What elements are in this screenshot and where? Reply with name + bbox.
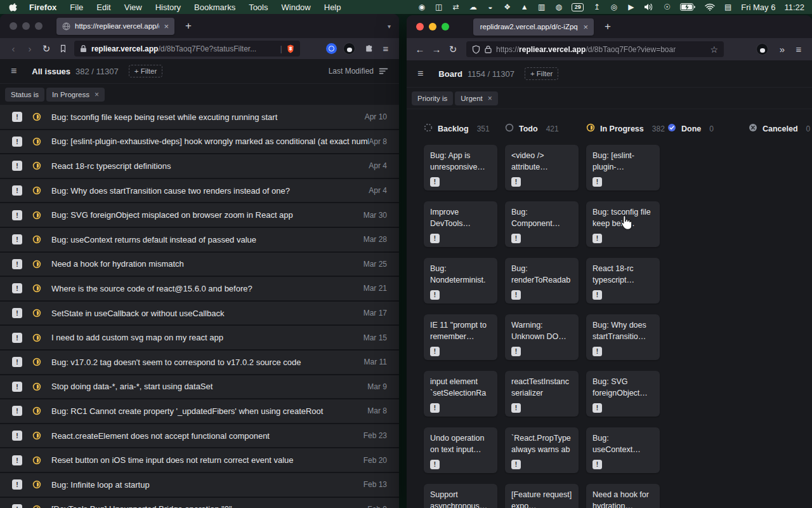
layout-icon[interactable]: ▥ <box>537 3 546 11</box>
forward-button[interactable]: › <box>22 43 38 54</box>
issue-row[interactable]: !Reset button on iOS time input does not… <box>0 448 399 473</box>
bookmark-star-icon[interactable]: ☆ <box>710 44 718 55</box>
kanban-card[interactable]: input element `setSelectionRa! <box>424 371 497 417</box>
camera-icon[interactable]: ◫ <box>435 3 443 11</box>
zoom-window-button[interactable] <box>442 23 449 30</box>
back-button[interactable]: ‹ <box>5 43 22 54</box>
menu-help[interactable]: Help <box>324 3 341 12</box>
calendar-icon[interactable]: 29 <box>572 3 584 11</box>
kanban-column-header[interactable]: Done0 <box>667 123 741 135</box>
issue-row[interactable]: !Bug: v17.0.2 tag doesn't seem to corres… <box>0 351 399 375</box>
kanban-card[interactable]: Bug: renderToReadab! <box>505 258 579 304</box>
extensions-puzzle-icon[interactable] <box>361 44 377 53</box>
kanban-card[interactable]: Bug: SVG foreignObject…! <box>586 371 660 417</box>
new-tab-button[interactable]: + <box>185 20 192 32</box>
close-window-button[interactable] <box>416 23 424 30</box>
back-button[interactable]: ← <box>412 44 428 55</box>
add-filter-button[interactable]: + Filter <box>129 65 162 77</box>
issue-row[interactable]: !Bug: [eslint-plugin-exhaustive-deps] ho… <box>0 130 399 155</box>
issue-row[interactable]: !SetState in useCallback or without useC… <box>0 302 399 326</box>
kanban-card[interactable]: Bug: Why does startTransitio…! <box>586 314 660 360</box>
issue-row[interactable]: !React 18-rc typescript definitionsApr 4 <box>0 154 399 179</box>
close-tab-icon[interactable]: × <box>164 22 169 31</box>
menu-bar-clock[interactable]: 11:22 <box>784 3 804 12</box>
onepassword-icon[interactable]: ◍ <box>554 3 563 11</box>
menu-history[interactable]: History <box>155 3 181 12</box>
kanban-card[interactable]: [Feature request] expo…! <box>505 484 579 508</box>
minimize-window-button[interactable] <box>22 22 30 30</box>
wifi-icon[interactable] <box>705 3 715 11</box>
filter-value-chip[interactable]: Urgent× <box>455 91 498 105</box>
menu-bookmarks[interactable]: Bookmarks <box>194 3 235 12</box>
kanban-column-header[interactable]: Backlog351 <box>424 123 497 135</box>
onepassword-extension-icon[interactable] <box>326 43 337 54</box>
menu-file[interactable]: File <box>70 3 83 12</box>
volume-icon[interactable] <box>644 3 654 11</box>
url-bar[interactable]: repliear.vercel.app/d/8bTaoq7F0e?statusF… <box>74 41 300 57</box>
kanban-card[interactable]: Bug: App is unresponsive…! <box>424 145 497 190</box>
kanban-card[interactable]: IE 11 "prompt to remember…! <box>424 314 497 360</box>
share-icon[interactable]: ↥ <box>593 3 601 11</box>
issue-row[interactable]: !Where is the source code of react@15.6.… <box>0 277 399 302</box>
close-tab-icon[interactable]: × <box>583 22 588 32</box>
stack-icon[interactable]: ▤ <box>724 3 732 11</box>
reload-button[interactable]: ↻ <box>445 44 461 55</box>
url-bar[interactable]: https://repliear.vercel.app/d/8bTaoq7F0e… <box>466 41 724 57</box>
kanban-card[interactable]: Warning: Unknown DO…! <box>505 314 579 360</box>
kanban-card[interactable]: Undo operation on text input…! <box>424 427 497 473</box>
minimize-window-button[interactable] <box>429 23 436 30</box>
menu-app-name[interactable]: Firefox <box>29 3 56 12</box>
overflow-menu-icon[interactable]: » <box>774 44 790 55</box>
kanban-card[interactable]: Improve DevTools…! <box>424 201 497 247</box>
kanban-column-header[interactable]: Canceled0 <box>749 123 812 135</box>
remove-filter-icon[interactable]: × <box>95 90 99 99</box>
menu-tools[interactable]: Tools <box>249 3 268 12</box>
sync-icon[interactable]: ⇄ <box>452 3 460 11</box>
play-icon[interactable]: ▶ <box>627 3 635 11</box>
sort-control[interactable]: Last Modified <box>329 67 388 76</box>
cloud-icon[interactable]: ☁ <box>469 3 477 11</box>
kanban-card[interactable]: `React.PropType always warns ab! <box>505 427 579 473</box>
kanban-column-header[interactable]: In Progress382 <box>586 123 660 135</box>
filter-value-chip[interactable]: In Progress× <box>46 88 105 102</box>
kanban-card[interactable]: Need a hook for hydration…! <box>586 484 660 508</box>
dropbox-icon[interactable]: ❖ <box>503 3 511 11</box>
kanban-card[interactable]: reactTestInstanc serializer! <box>505 371 579 417</box>
menu-window[interactable]: Window <box>282 3 311 12</box>
kanban-card[interactable]: Support asynchronous…! <box>424 484 497 508</box>
kanban-card[interactable]: Bug: useContext…! <box>586 427 660 473</box>
issue-row[interactable]: ![DevTools Bug] Unsupported Bridge opera… <box>0 498 399 508</box>
zoom-window-button[interactable] <box>35 22 43 30</box>
kanban-card[interactable]: Bug: [eslint-plugin-…! <box>586 145 660 190</box>
github-extension-icon[interactable] <box>343 43 355 55</box>
filter-field-chip[interactable]: Status is <box>5 88 44 102</box>
kanban-card[interactable]: React 18-rc typescript…! <box>586 258 660 304</box>
kanban-card[interactable]: Bug: Component…! <box>505 201 579 247</box>
bookmark-icon[interactable] <box>55 44 71 53</box>
issue-row[interactable]: !Bug: useContext returns default instead… <box>0 228 399 253</box>
issue-row[interactable]: !Bug: Infinite loop at startupFeb 13 <box>0 473 399 498</box>
forward-button[interactable]: → <box>428 44 445 55</box>
menu-edit[interactable]: Edit <box>96 3 110 12</box>
close-window-button[interactable] <box>10 22 17 30</box>
kanban-card[interactable]: Bug: tsconfig file keep bein…! <box>586 201 660 247</box>
add-filter-button[interactable]: + Filter <box>525 67 558 80</box>
app-menu-icon[interactable]: ≡ <box>790 44 807 55</box>
issue-row[interactable]: !Stop doing data-*, aria-*, start using … <box>0 375 399 400</box>
kanban-column-header[interactable]: Todo421 <box>505 123 579 135</box>
issue-row[interactable]: !Bug: Why does startTransition cause two… <box>0 179 399 204</box>
tab-list-chevron-icon[interactable]: ▾ <box>388 23 391 30</box>
reload-button[interactable]: ↻ <box>38 43 55 55</box>
sidebar-menu-icon[interactable]: ≡ <box>11 65 16 77</box>
battery-icon[interactable] <box>680 3 696 11</box>
kanban-card[interactable]: Bug: Nondeterminist.! <box>424 258 497 304</box>
power-icon[interactable]: ◎ <box>610 3 618 11</box>
app-menu-icon[interactable]: ≡ <box>377 43 394 54</box>
sidebar-menu-icon[interactable]: ≡ <box>417 68 423 79</box>
browser-tab[interactable]: https://repliear.vercel.app/d/8b × <box>56 18 174 35</box>
filter-field-chip[interactable]: Priority is <box>412 91 453 105</box>
issue-row[interactable]: !Bug: SVG foreignObject misplaced on bro… <box>0 203 399 228</box>
assistant-icon[interactable]: ☉ <box>663 3 671 11</box>
issue-row[interactable]: !Bug: RC1 Cannot create property '_updat… <box>0 399 399 424</box>
issue-row[interactable]: !Need a hook for hydration mismatchMar 2… <box>0 253 399 277</box>
